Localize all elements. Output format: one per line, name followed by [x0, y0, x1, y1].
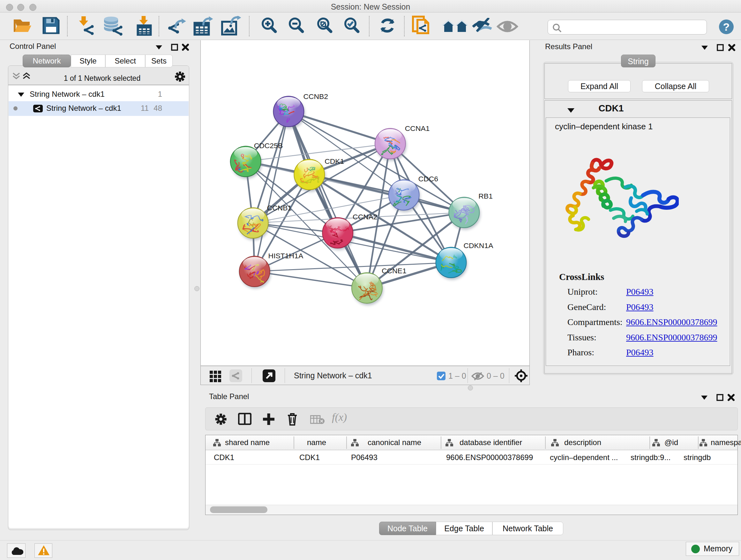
svg-text:?: ?: [723, 21, 730, 33]
svg-text:CCNE1: CCNE1: [382, 266, 407, 275]
svg-text:CCNA2: CCNA2: [353, 212, 378, 221]
svg-text:CCNB1: CCNB1: [267, 204, 292, 212]
svg-text:CDKN1A: CDKN1A: [463, 241, 493, 250]
svg-text:CCNA1: CCNA1: [405, 124, 430, 132]
svg-text:HIST1H1A: HIST1H1A: [268, 252, 304, 260]
svg-text:CCNB2: CCNB2: [303, 92, 328, 101]
svg-text:RB1: RB1: [478, 192, 493, 200]
svg-text:CDC6: CDC6: [418, 175, 438, 183]
svg-text:CDC25B: CDC25B: [254, 141, 283, 150]
svg-text:CDK1: CDK1: [325, 157, 344, 165]
